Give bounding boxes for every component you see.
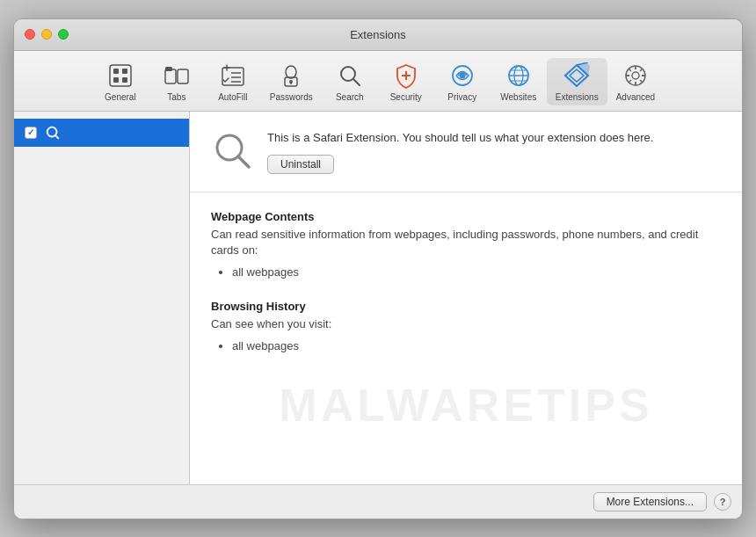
websites-icon	[505, 62, 533, 90]
webpage-contents-desc: Can read sensitive information from webp…	[211, 227, 721, 258]
webpage-contents-section: Webpage Contents Can read sensitive info…	[211, 210, 721, 282]
main-window: Extensions General	[13, 18, 743, 519]
tabs-icon	[163, 62, 191, 90]
search-toolbar-icon	[336, 62, 364, 90]
titlebar: Extensions	[14, 19, 742, 51]
svg-rect-5	[165, 69, 176, 83]
main-panel: MALWARETIPS This is a Safari Extension. …	[190, 112, 742, 484]
general-icon	[106, 62, 134, 90]
browsing-history-list: all webpages	[232, 337, 721, 356]
privacy-label: Privacy	[447, 92, 476, 102]
toolbar-item-privacy[interactable]: Privacy	[434, 58, 491, 105]
svg-rect-2	[122, 69, 127, 74]
general-label: General	[105, 92, 136, 102]
autofill-label: AutoFill	[218, 92, 247, 102]
svg-marker-28	[570, 69, 584, 82]
websites-label: Websites	[500, 92, 536, 102]
toolbar-item-advanced[interactable]: Advanced	[607, 58, 664, 105]
browsing-history-title: Browsing History	[211, 300, 721, 313]
privacy-icon	[448, 62, 476, 90]
webpage-contents-title: Webpage Contents	[211, 210, 721, 223]
svg-line-44	[238, 156, 249, 167]
browsing-history-section: Browsing History Can see when you visit:…	[211, 300, 721, 356]
extension-small-icon	[44, 124, 62, 142]
permissions-section: Webpage Contents Can read sensitive info…	[190, 192, 742, 484]
passwords-label: Passwords	[270, 92, 313, 102]
svg-rect-0	[110, 65, 131, 86]
minimize-button[interactable]	[41, 29, 52, 40]
svg-point-31	[632, 72, 639, 79]
svg-rect-7	[165, 67, 172, 71]
autofill-icon	[219, 62, 247, 90]
advanced-label: Advanced	[616, 92, 655, 102]
toolbar-item-general[interactable]: General	[92, 58, 149, 105]
toolbar-item-websites[interactable]: Websites	[491, 58, 547, 105]
svg-line-37	[629, 69, 631, 71]
extension-description: This is a Safari Extension. You should t…	[267, 129, 721, 147]
extensions-icon	[563, 62, 591, 90]
maximize-button[interactable]	[58, 29, 69, 40]
passwords-icon	[277, 62, 305, 90]
toolbar: General Tabs	[14, 51, 742, 112]
svg-rect-8	[222, 68, 244, 85]
svg-rect-4	[122, 77, 127, 83]
svg-point-12	[286, 66, 296, 78]
sidebar: ✓	[14, 112, 190, 484]
extension-info: This is a Safari Extension. You should t…	[190, 112, 742, 193]
window-controls	[25, 29, 69, 40]
extensions-label: Extensions	[556, 92, 599, 102]
footer: More Extensions... ?	[14, 484, 742, 519]
sidebar-item-search-ext[interactable]: ✓	[14, 119, 189, 147]
more-extensions-button[interactable]: More Extensions...	[593, 492, 707, 512]
toolbar-item-tabs[interactable]: Tabs	[149, 58, 205, 105]
search-label: Search	[336, 92, 364, 102]
toolbar-item-extensions[interactable]: Extensions	[547, 58, 607, 105]
toolbar-item-passwords[interactable]: Passwords	[261, 58, 322, 105]
tabs-label: Tabs	[167, 92, 185, 102]
toolbar-item-autofill[interactable]: AutoFill	[205, 58, 261, 105]
uninstall-button[interactable]: Uninstall	[267, 155, 334, 174]
help-button[interactable]: ?	[714, 493, 731, 511]
svg-line-42	[55, 135, 58, 138]
security-label: Security	[390, 92, 422, 102]
window-title: Extensions	[350, 28, 406, 41]
extension-details: This is a Safari Extension. You should t…	[267, 129, 721, 175]
svg-line-38	[640, 80, 643, 83]
content-area: ✓ MALWARETIPS	[14, 112, 742, 484]
browsing-history-desc: Can see when you visit:	[211, 316, 721, 332]
advanced-icon	[622, 62, 650, 90]
webpage-contents-list: all webpages	[232, 264, 721, 282]
extension-checkbox[interactable]: ✓	[25, 127, 37, 139]
webpage-contents-item-0: all webpages	[232, 264, 721, 282]
checkmark-icon: ✓	[27, 127, 34, 137]
svg-rect-1	[113, 69, 119, 74]
browsing-history-item-0: all webpages	[232, 337, 721, 356]
svg-line-17	[353, 79, 360, 85]
extension-large-icon	[211, 129, 253, 171]
close-button[interactable]	[25, 29, 35, 40]
svg-line-39	[640, 69, 643, 71]
svg-rect-6	[178, 69, 188, 83]
toolbar-item-security[interactable]: Security	[378, 58, 434, 105]
security-icon	[392, 62, 420, 90]
svg-line-40	[629, 80, 631, 83]
svg-rect-3	[113, 77, 119, 83]
toolbar-item-search[interactable]: Search	[322, 58, 378, 105]
